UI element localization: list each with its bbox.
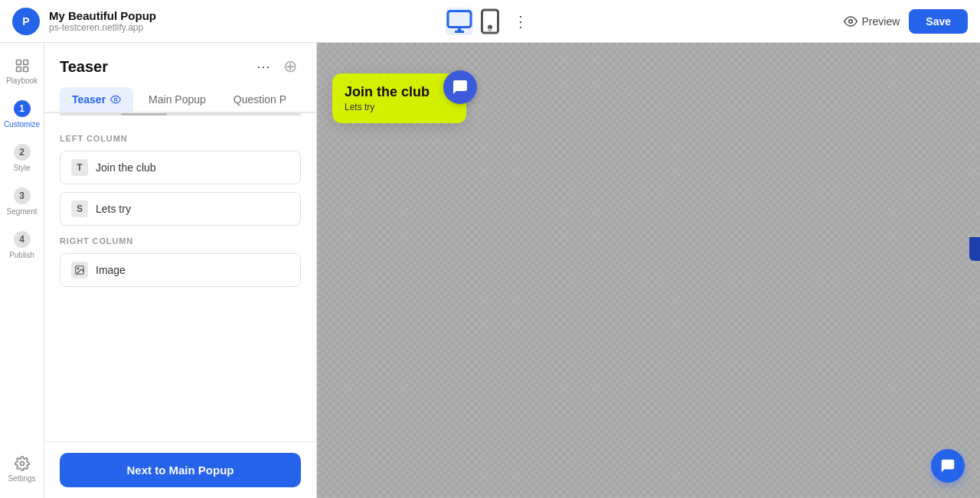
tab-teaser[interactable]: Teaser xyxy=(60,87,133,112)
popup-preview: Join the club Lets try xyxy=(332,73,466,123)
save-button[interactable]: Save xyxy=(909,9,968,34)
svg-rect-4 xyxy=(16,60,21,65)
image-label: Image xyxy=(96,264,126,276)
list-item-image[interactable]: Image xyxy=(60,253,301,287)
sidebar-customize-label: Customize xyxy=(4,120,40,129)
svg-point-3 xyxy=(848,19,852,23)
svg-rect-7 xyxy=(23,67,28,72)
svg-rect-0 xyxy=(448,11,471,27)
sidebar-item-playbook[interactable]: Playbook xyxy=(2,52,42,91)
sidebar-item-publish[interactable]: 4 Publish xyxy=(2,225,42,265)
feedback-button[interactable]: Feedback xyxy=(969,237,980,261)
app-info: My Beautiful Popup ps-testceren.netlify.… xyxy=(49,9,835,33)
mobile-device-btn[interactable] xyxy=(476,8,504,35)
chat-button[interactable] xyxy=(931,449,965,483)
more-options-btn[interactable]: ⋮ xyxy=(507,8,534,35)
svg-point-8 xyxy=(20,462,24,466)
topbar: P My Beautiful Popup ps-testceren.netlif… xyxy=(0,0,980,43)
tab-main-popup[interactable]: Main Popup xyxy=(136,87,218,112)
sidebar-item-customize[interactable]: 1 Customize xyxy=(2,94,42,135)
text-icon: T xyxy=(71,159,88,176)
panel-more-button[interactable]: ⋯ xyxy=(253,55,273,78)
popup-preview-title: Join the club xyxy=(345,84,454,100)
next-to-main-popup-button[interactable]: Next to Main Popup xyxy=(60,453,301,487)
panel-add-button[interactable]: ⊕ xyxy=(279,56,301,77)
panel-content: LEFT COLUMN T Join the club S Lets try R… xyxy=(44,116,316,441)
panel-header: Teaser ⋯ ⊕ xyxy=(44,43,316,78)
desktop-device-btn[interactable] xyxy=(446,8,473,35)
lets-try-label: Lets try xyxy=(96,203,131,215)
sidebar-item-settings[interactable]: Settings xyxy=(2,450,42,489)
main-layout: Playbook 1 Customize 2 Style 3 Segment 4… xyxy=(0,43,980,498)
sidebar-item-segment[interactable]: 3 Segment xyxy=(2,181,42,222)
sidebar-publish-label: Publish xyxy=(9,251,34,259)
device-switcher: ⋮ xyxy=(446,8,534,35)
sidebar-segment-label: Segment xyxy=(6,207,37,216)
app-name: My Beautiful Popup xyxy=(49,9,835,22)
left-column-label: LEFT COLUMN xyxy=(60,134,301,143)
popup-preview-icon[interactable] xyxy=(443,70,477,104)
step-4-circle: 4 xyxy=(14,231,31,248)
svg-point-11 xyxy=(77,268,79,269)
sidebar: Playbook 1 Customize 2 Style 3 Segment 4… xyxy=(0,43,44,498)
image-icon xyxy=(71,262,88,278)
svg-rect-5 xyxy=(23,60,28,65)
tab-question[interactable]: Question P xyxy=(221,87,299,112)
topbar-right: Preview Save xyxy=(844,9,969,34)
tabs-bar: Teaser Main Popup Question P xyxy=(44,78,316,113)
app-url: ps-testceren.netlify.app xyxy=(49,22,835,33)
preview-button[interactable]: Preview xyxy=(844,15,900,28)
sidebar-playbook-label: Playbook xyxy=(6,76,38,85)
step-2-circle: 2 xyxy=(14,144,31,161)
join-the-club-label: Join the club xyxy=(96,161,156,174)
svg-rect-6 xyxy=(16,67,21,72)
panel-title: Teaser xyxy=(60,58,247,76)
sidebar-style-label: Style xyxy=(13,164,30,172)
panel-footer: Next to Main Popup xyxy=(44,441,316,498)
panel: Teaser ⋯ ⊕ Teaser Main Popup Question P … xyxy=(44,43,317,498)
canvas-area: Join the club Lets try xyxy=(317,43,980,498)
list-item-join-the-club[interactable]: T Join the club xyxy=(60,151,301,184)
right-column-label: RIGHT COLUMN xyxy=(60,236,301,246)
popup-preview-subtitle: Lets try xyxy=(345,102,454,112)
app-logo: P xyxy=(12,8,40,35)
list-item-lets-try[interactable]: S Lets try xyxy=(60,192,301,226)
step-3-circle: 3 xyxy=(14,187,31,204)
subtitle-icon: S xyxy=(71,200,88,217)
step-1-circle: 1 xyxy=(14,100,31,117)
sidebar-settings-label: Settings xyxy=(8,474,35,483)
svg-point-9 xyxy=(114,98,117,101)
sidebar-item-style[interactable]: 2 Style xyxy=(2,138,42,178)
